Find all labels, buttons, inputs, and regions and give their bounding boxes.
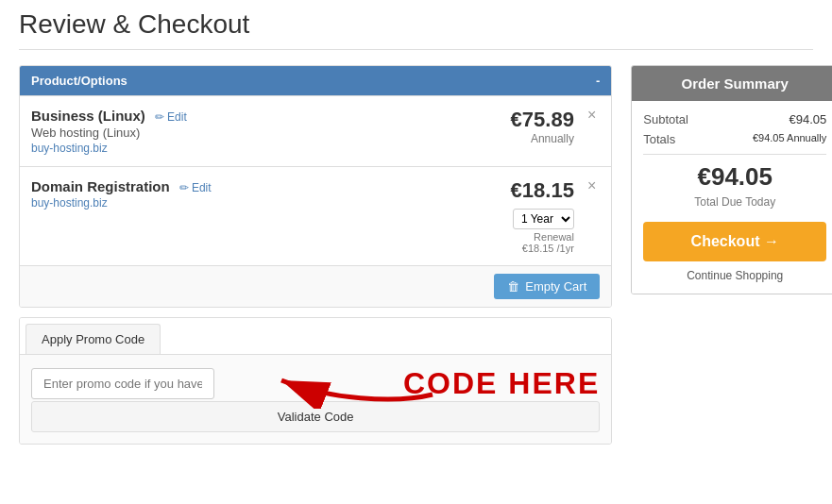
promo-body: CODE HERE Validate Code — [20, 355, 611, 444]
remove-product-2-button[interactable]: × — [584, 178, 600, 193]
totals-label: Totals — [643, 132, 675, 146]
checkout-button[interactable]: Checkout → — [643, 222, 826, 261]
product-link-2[interactable]: buy-hosting.biz — [31, 196, 108, 210]
product-table-header-label: Product/Options — [31, 74, 127, 88]
pencil-icon-1: ✏ — [155, 110, 164, 124]
validate-code-button[interactable]: Validate Code — [31, 401, 600, 432]
product-info-1: Business (Linux) ✏ Edit Web hosting (Lin… — [31, 108, 461, 155]
page-title: Review & Checkout — [19, 9, 813, 50]
product-name-1: Business (Linux) — [31, 108, 145, 124]
renewal-info: Renewal €18.15 /1yr — [461, 231, 574, 254]
domain-extra: 1 Year Renewal €18.15 /1yr — [461, 209, 574, 254]
year-select-wrapper: 1 Year — [513, 209, 574, 229]
promo-input-container — [31, 368, 214, 399]
year-select[interactable]: 1 Year — [513, 209, 574, 229]
product-table-header: Product/Options - — [20, 66, 611, 95]
product-period-1: Annually — [461, 132, 574, 145]
product-subname-1: Web hosting (Linux) — [31, 126, 461, 140]
product-pricing-2: €18.15 1 Year Renewal €18.15 /1yr — [461, 178, 574, 254]
empty-cart-row: 🗑 Empty Cart — [20, 265, 611, 307]
pencil-icon-2: ✏ — [179, 181, 189, 194]
order-summary: Order Summary Subtotal €94.05 Totals €94… — [631, 65, 832, 294]
promo-tab: Apply Promo Code — [20, 318, 611, 355]
code-here-annotation: CODE HERE — [403, 366, 600, 401]
summary-divider — [643, 154, 826, 155]
order-summary-body: Subtotal €94.05 Totals €94.05 Annually €… — [632, 101, 832, 294]
remove-product-1-button[interactable]: × — [584, 108, 600, 123]
order-summary-header: Order Summary — [632, 66, 832, 101]
totals-row: Totals €94.05 Annually — [643, 132, 826, 146]
promo-code-input[interactable] — [31, 368, 214, 399]
product-name-2: Domain Registration — [31, 178, 170, 194]
empty-cart-button[interactable]: 🗑 Empty Cart — [494, 274, 600, 299]
product-table: Product/Options - Business (Linux) ✏ Edi… — [19, 65, 612, 308]
product-row-1: Business (Linux) ✏ Edit Web hosting (Lin… — [20, 95, 611, 166]
product-link-1[interactable]: buy-hosting.biz — [31, 142, 108, 155]
trash-icon: 🗑 — [507, 279, 519, 294]
product-row-2: Domain Registration ✏ Edit buy-hosting.b… — [20, 166, 611, 265]
product-price-1: €75.89 — [461, 108, 574, 132]
promo-section: Apply Promo Code — [19, 317, 612, 445]
product-table-header-dash: - — [596, 74, 600, 88]
product-edit-link-2[interactable]: ✏ Edit — [179, 181, 212, 194]
subtotal-row: Subtotal €94.05 — [643, 112, 826, 126]
product-info-2: Domain Registration ✏ Edit buy-hosting.b… — [31, 178, 461, 210]
right-panel: Order Summary Subtotal €94.05 Totals €94… — [631, 65, 832, 294]
annotation-row: CODE HERE — [31, 366, 600, 401]
subtotal-value: €94.05 — [789, 112, 826, 126]
total-due-label: Total Due Today — [643, 195, 826, 209]
subtotal-label: Subtotal — [643, 112, 688, 126]
product-price-2: €18.15 — [461, 178, 574, 203]
product-edit-link-1[interactable]: ✏ Edit — [155, 110, 187, 124]
total-amount: €94.05 — [643, 162, 826, 192]
left-panel: Product/Options - Business (Linux) ✏ Edi… — [19, 65, 612, 445]
main-layout: Product/Options - Business (Linux) ✏ Edi… — [19, 65, 813, 445]
continue-shopping-link[interactable]: Continue Shopping — [643, 269, 826, 282]
totals-value: €94.05 Annually — [753, 132, 826, 146]
product-pricing-1: €75.89 Annually — [461, 108, 574, 145]
promo-tab-button[interactable]: Apply Promo Code — [25, 324, 161, 354]
